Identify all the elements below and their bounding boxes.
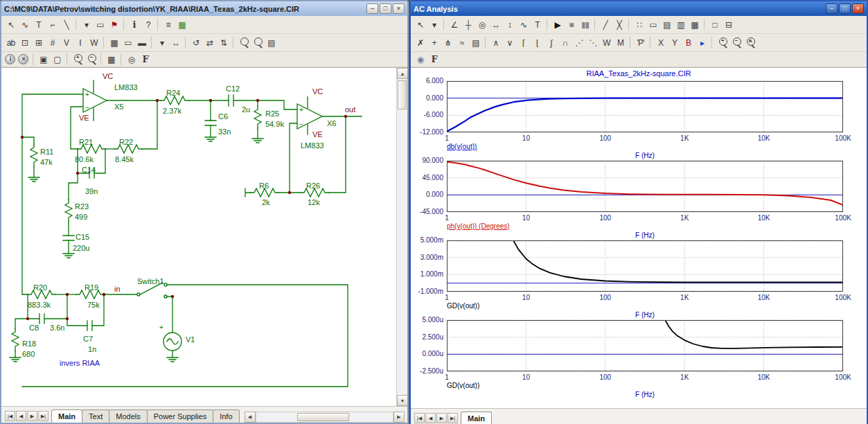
round-icon[interactable]: ∩ (558, 36, 572, 49)
scale-mode-tool[interactable]: ∠ (448, 18, 461, 31)
pan-tool[interactable]: ↔ (169, 36, 182, 49)
go-to-branch-icon[interactable]: B (682, 36, 695, 49)
stop-button[interactable]: ■ (565, 18, 578, 31)
fall-icon[interactable]: ⋱ (586, 36, 599, 49)
valley-icon[interactable]: ∨ (503, 36, 516, 49)
component-dropdown[interactable]: ▾ (427, 18, 441, 31)
plot-chart[interactable] (447, 320, 844, 373)
graphics-tool[interactable]: ▭ (94, 18, 107, 31)
properties-icon[interactable]: ▤ (469, 36, 482, 49)
find-icon[interactable] (237, 36, 250, 49)
title-bar[interactable]: AC Analysis – □ × (411, 1, 867, 16)
bus-tool[interactable]: ≡ (161, 18, 175, 31)
prev-tab-button[interactable]: ◀ (16, 411, 26, 421)
last-tab-button[interactable]: ▶| (448, 413, 458, 423)
tab-main[interactable]: Main (51, 409, 82, 423)
ruler-toggle[interactable]: ▭ (646, 18, 659, 31)
maximize-button[interactable]: □ (839, 3, 851, 14)
vertical-scrollbar[interactable]: ▲ ▼ (396, 68, 407, 406)
info-mode-tool[interactable]: i (127, 18, 141, 31)
peak-icon[interactable]: ∧ (489, 36, 502, 49)
text-tool[interactable]: T (531, 18, 544, 31)
info-page-icon[interactable]: ▤ (265, 36, 278, 49)
curve-label[interactable]: db(v(out)) (447, 143, 477, 150)
pin-connections-toggle[interactable]: ⊡ (18, 36, 31, 49)
frequency-icon[interactable]: M (614, 36, 627, 49)
zoom-out-icon[interactable]: − (85, 53, 98, 66)
analysis-plot-area[interactable]: RIAA_Texas_2kHz-square.CIR 6.0000.000-6.… (411, 67, 867, 408)
smooth-icon[interactable]: ≈ (455, 36, 468, 49)
pin-names-toggle[interactable]: ⊞ (32, 36, 45, 49)
plot-chart[interactable] (447, 81, 844, 134)
component-picker-dropdown[interactable]: ▾ (80, 18, 93, 31)
find-next-icon[interactable] (251, 36, 264, 49)
font-icon[interactable]: F (139, 53, 152, 66)
scrollbar-thumb[interactable] (297, 413, 349, 421)
text-tool[interactable]: T (32, 18, 45, 31)
attribute-text-toggle[interactable]: ab (4, 36, 17, 49)
zoom-in-icon[interactable]: + (716, 36, 729, 49)
plot-chart[interactable] (447, 161, 844, 213)
tab-power-supplies[interactable]: Power Supplies (147, 409, 213, 423)
schematic-canvas[interactable]: +− +− + VCLM833X5VER242.37kC122uC633nR25… (1, 67, 407, 406)
pause-button[interactable]: ▮▮ (578, 18, 592, 31)
go-to-y-icon[interactable]: Y (668, 36, 681, 49)
globe-icon[interactable]: ◎ (125, 53, 138, 66)
tab-text[interactable]: Text (82, 409, 109, 423)
next-tab-button[interactable]: ▶ (436, 413, 447, 423)
orthogonal-wire-tool[interactable]: ⌐ (46, 18, 59, 31)
horizontal-tag-tool[interactable]: ↔ (489, 18, 502, 31)
split-plot-layout[interactable]: ⊟ (722, 18, 735, 31)
zoom-level-dropdown[interactable]: ▾ (155, 36, 168, 49)
zoom-auto-icon[interactable]: a (743, 36, 756, 49)
grid-toggle[interactable]: ▦ (107, 36, 121, 49)
cursor-mode-tool[interactable]: ┼ (461, 18, 475, 31)
curve-label[interactable]: ph(v(out)) (Degrees) (447, 222, 510, 230)
scroll-left-button[interactable]: ◀ (245, 412, 256, 423)
tab-models[interactable]: Models (109, 409, 147, 423)
powers-toggle[interactable]: W (87, 36, 100, 49)
curve-label[interactable]: GD(v(out)) (447, 302, 479, 310)
first-tab-button[interactable]: |◀ (5, 411, 15, 421)
low-icon[interactable]: ⌊ (531, 36, 544, 49)
next-tab-button[interactable]: ▶ (27, 411, 37, 421)
plot-chart[interactable] (447, 240, 844, 293)
horizontal-scrollbar[interactable]: ◀ ▶ (245, 412, 405, 423)
last-tab-button[interactable]: ▶| (38, 411, 48, 421)
zoom-out-icon[interactable]: − (729, 36, 743, 49)
rise-icon[interactable]: ⋰ (572, 36, 585, 49)
close-button[interactable]: × (852, 3, 864, 14)
vertical-tag-tool[interactable]: ↕ (503, 18, 516, 31)
wire-mode-tool[interactable]: ∿ (18, 18, 31, 31)
waveform-branch-icon[interactable]: ⋔ (441, 36, 454, 49)
help-mode-tool[interactable]: ? (141, 18, 154, 31)
zoom-in-icon[interactable]: + (71, 53, 84, 66)
rotate-tool[interactable]: ↺ (189, 36, 202, 49)
single-plot-layout[interactable]: □ (708, 18, 721, 31)
close-button[interactable]: × (393, 3, 405, 14)
select-area-icon[interactable]: ▩ (105, 53, 118, 66)
next-simulation-icon[interactable]: ▸ (696, 36, 709, 49)
data-points-toggle[interactable]: ∷ (632, 18, 646, 31)
add-tag-icon[interactable]: + (427, 36, 441, 49)
vertical-grid-toggle[interactable]: ▥ (674, 18, 687, 31)
grid-toggle[interactable]: ▦ (688, 18, 701, 31)
tab-info[interactable]: Info (213, 409, 239, 423)
period-icon[interactable]: W (600, 36, 613, 49)
point-tag-tool[interactable]: ◎ (475, 18, 488, 31)
copy-page-icon[interactable]: ▣ (37, 53, 50, 66)
prev-tab-button[interactable]: ◀ (425, 413, 436, 423)
currents-toggle[interactable]: I (73, 36, 87, 49)
performance-tag-tool[interactable]: ∿ (517, 18, 530, 31)
copy-window-icon[interactable]: ▢ (51, 53, 64, 66)
select-tool[interactable]: ↖ (4, 18, 17, 31)
delete-all-objects-icon[interactable]: ✗ (414, 36, 427, 49)
plot-properties-icon[interactable]: 'P' (634, 36, 647, 49)
fourier-icon[interactable]: F (427, 53, 441, 66)
go-to-x-icon[interactable]: X (654, 36, 667, 49)
run-button[interactable]: ▶ (551, 18, 564, 31)
minimize-button[interactable]: – (826, 3, 838, 14)
node-voltages-toggle[interactable]: V (60, 36, 73, 49)
options-ball-icon[interactable]: ◉ (414, 53, 427, 66)
flag-tool[interactable]: ⚑ (107, 18, 121, 31)
